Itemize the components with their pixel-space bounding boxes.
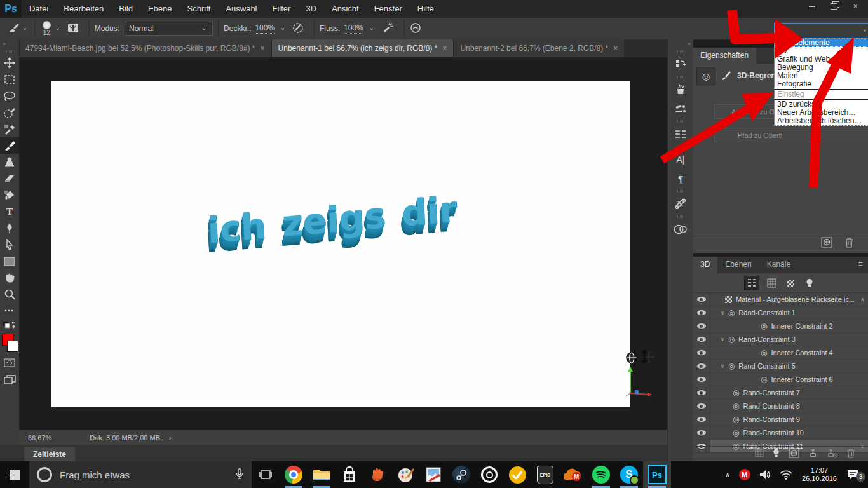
- taskbar-hand-app-icon[interactable]: [363, 461, 391, 488]
- document-size-info[interactable]: Dok: 3,00 MB/2,00 MB: [90, 434, 160, 442]
- hand-tool[interactable]: [0, 269, 19, 286]
- visibility-toggle[interactable]: [693, 360, 710, 372]
- delete-constraint-icon[interactable]: [827, 448, 837, 461]
- minimize-button[interactable]: [803, 0, 821, 13]
- 3d-paint-icon[interactable]: [721, 70, 732, 84]
- 3d-axis-widget[interactable]: [623, 364, 652, 400]
- collapse-chevron-icon[interactable]: ∨: [721, 337, 724, 342]
- quick-selection-tool[interactable]: [0, 104, 19, 121]
- collapse-toolbar-icon[interactable]: »: [0, 39, 19, 48]
- restore-button[interactable]: [825, 0, 843, 13]
- list-row-rand-constraint-3[interactable]: ∨◎Rand-Constraint 3: [693, 333, 868, 346]
- taskbar-photo-viewer-icon[interactable]: [419, 461, 447, 488]
- character-panel-icon[interactable]: A|: [668, 150, 693, 169]
- taskbar-chrome-icon[interactable]: [280, 461, 308, 488]
- blend-mode-select[interactable]: Normal ∨: [125, 22, 213, 36]
- tab-eigenschaften[interactable]: Eigenschaften: [693, 48, 756, 64]
- tool-presets-panel-icon[interactable]: [668, 194, 693, 214]
- filter-meshes-icon[interactable]: [764, 276, 778, 289]
- menu-item-malen[interactable]: Malen: [775, 72, 868, 80]
- visibility-toggle[interactable]: [693, 386, 710, 399]
- menu-item-grundelemente[interactable]: Grundelemente: [775, 39, 868, 47]
- list-row-rand-constraint-7[interactable]: ◎Rand-Constraint 7: [693, 386, 868, 400]
- tray-expand-icon[interactable]: ∧: [721, 471, 735, 479]
- list-row-material[interactable]: Material - Aufgeblasene Rückseite ic...∧: [693, 293, 868, 306]
- brush-tool[interactable]: [0, 137, 19, 154]
- trash-icon[interactable]: [844, 237, 854, 250]
- render-scene-icon[interactable]: [789, 448, 799, 461]
- visibility-toggle[interactable]: [693, 400, 710, 412]
- color-swatches[interactable]: [0, 332, 19, 355]
- document-canvas[interactable]: ich zeigs dir: [51, 81, 630, 407]
- rectangle-tool[interactable]: [0, 253, 19, 269]
- 3d-mesh-filter-icon[interactable]: ◎: [696, 67, 715, 85]
- brush-picker-chevron-icon[interactable]: ∨: [56, 26, 60, 30]
- menu-bearbeiten[interactable]: Bearbeiten: [56, 0, 111, 18]
- menu-ansicht[interactable]: Ansicht: [324, 0, 367, 18]
- visibility-toggle[interactable]: [693, 413, 710, 426]
- properties-panel-icon[interactable]: [668, 125, 693, 144]
- screen-mode-icon[interactable]: [0, 371, 19, 388]
- scroll-up-icon[interactable]: ∧: [860, 297, 864, 302]
- workspace-select[interactable]: 3D ∨: [774, 23, 868, 37]
- cortana-search-input[interactable]: Frag mich etwas: [29, 461, 252, 488]
- creative-cloud-icon[interactable]: [668, 220, 693, 239]
- volume-icon[interactable]: [755, 470, 775, 480]
- opacity-value[interactable]: 100%: [255, 24, 275, 34]
- menu-bild[interactable]: Bild: [111, 0, 140, 18]
- menu-item-3d-zuruecksetzen[interactable]: 3D zurücks.: [775, 100, 868, 109]
- taskbar-skype-icon[interactable]: S: [615, 461, 643, 488]
- start-button[interactable]: [0, 461, 29, 488]
- smoothing-icon[interactable]: [410, 22, 421, 36]
- paragraph-panel-icon[interactable]: ¶: [668, 169, 693, 188]
- brush-preset-picker[interactable]: 12: [43, 21, 51, 36]
- visibility-toggle[interactable]: [693, 346, 710, 359]
- doc-tab-unbenannt-2[interactable]: Unbenannt-2 bei 66,7% (Ebene 2, RGB/8) *…: [454, 39, 625, 57]
- list-row-inner-constraint-4[interactable]: ◎Innerer Constraint 4: [693, 346, 868, 360]
- brushes-panel-icon[interactable]: [668, 80, 693, 99]
- menu-auswahl[interactable]: Auswahl: [218, 0, 264, 18]
- doc-tab-miami-beach[interactable]: 47994-Miami-Beach.jpg bei 52,5% (Photosh…: [19, 39, 272, 57]
- list-row-rand-constraint-1[interactable]: ∨◎Rand-Constraint 1: [693, 306, 868, 320]
- taskbar-spotify-icon[interactable]: [587, 461, 615, 488]
- filter-materials-icon[interactable]: [783, 276, 797, 289]
- wifi-icon[interactable]: [775, 470, 797, 480]
- visibility-toggle[interactable]: [693, 320, 710, 332]
- visibility-toggle[interactable]: [693, 373, 710, 386]
- collapse-chevron-icon[interactable]: ∨: [721, 363, 724, 369]
- render-icon[interactable]: [821, 237, 832, 250]
- timeline-tab[interactable]: Zeitleiste: [24, 447, 75, 461]
- trash-icon[interactable]: [846, 448, 855, 461]
- brush-settings-panel-icon[interactable]: [668, 99, 693, 118]
- taskbar-norton-icon[interactable]: [503, 461, 531, 488]
- type-tool[interactable]: T: [0, 203, 19, 220]
- list-row-inner-constraint-6[interactable]: ◎Innerer Constraint 6: [693, 373, 868, 386]
- menu-schrift[interactable]: Schrift: [180, 0, 219, 18]
- paint-bucket-tool[interactable]: [0, 187, 19, 203]
- close-icon[interactable]: ×: [613, 44, 618, 53]
- tab-ebenen[interactable]: Ebenen: [717, 257, 759, 273]
- taskbar-explorer-icon[interactable]: [308, 461, 336, 488]
- default-colors-swap[interactable]: [0, 319, 19, 332]
- more-tools-ellipsis-icon[interactable]: •••: [0, 302, 19, 319]
- list-row-rand-constraint-8[interactable]: ◎Rand-Constraint 8: [693, 400, 868, 413]
- flow-value[interactable]: 100%: [344, 24, 363, 34]
- menu-hilfe[interactable]: Hilfe: [410, 0, 442, 18]
- filter-whole-scene-icon[interactable]: [744, 276, 759, 290]
- doc-tab-unbenannt-1[interactable]: Unbenannt-1 bei 66,7% (ich zeigs dir, RG…: [272, 39, 454, 57]
- task-view-button[interactable]: [252, 461, 280, 488]
- menu-item-einstieg[interactable]: Einstieg: [775, 90, 868, 98]
- taskbar-epic-games-icon[interactable]: EPIC: [531, 461, 559, 488]
- path-to-surface-button[interactable]: Pfad zu Oberfl: [714, 128, 868, 142]
- history-panel-icon[interactable]: [668, 55, 693, 74]
- taskbar-steam-icon[interactable]: [447, 461, 475, 488]
- eyedropper-tool[interactable]: [0, 121, 19, 137]
- new-light-icon[interactable]: [773, 449, 780, 460]
- menu-ebene[interactable]: Ebene: [140, 0, 180, 18]
- action-center-icon[interactable]: 3: [842, 469, 868, 480]
- flow-chevron-icon[interactable]: ∨: [370, 26, 374, 30]
- quick-mask-icon[interactable]: [0, 355, 19, 371]
- menu-item-neuer-arbeitsbereich[interactable]: Neuer Arbeitsbereich…: [775, 109, 868, 117]
- close-icon[interactable]: ×: [261, 44, 265, 53]
- menu-datei[interactable]: Datei: [22, 0, 56, 18]
